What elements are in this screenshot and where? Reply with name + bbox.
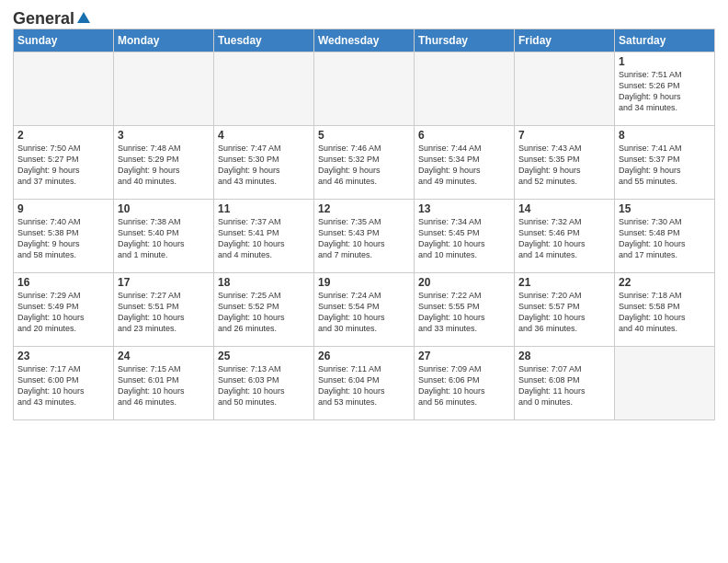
calendar-week-3: 16Sunrise: 7:29 AM Sunset: 5:49 PM Dayli… [14,273,715,347]
day-number: 24 [118,350,210,362]
calendar-cell [515,52,615,126]
day-number: 25 [218,350,310,362]
weekday-header-wednesday: Wednesday [314,29,415,52]
day-info: Sunrise: 7:07 AM Sunset: 6:08 PM Dayligh… [518,363,610,408]
day-number: 8 [619,129,711,142]
svg-marker-0 [77,12,90,23]
day-number: 17 [118,276,210,289]
calendar-cell: 9Sunrise: 7:40 AM Sunset: 5:38 PM Daylig… [14,200,114,273]
day-info: Sunrise: 7:32 AM Sunset: 5:46 PM Dayligh… [518,216,610,261]
day-info: Sunrise: 7:38 AM Sunset: 5:40 PM Dayligh… [118,216,210,261]
calendar-cell: 10Sunrise: 7:38 AM Sunset: 5:40 PM Dayli… [114,200,214,273]
calendar-cell [615,347,715,420]
weekday-header-monday: Monday [114,29,214,52]
calendar-cell: 12Sunrise: 7:35 AM Sunset: 5:43 PM Dayli… [314,200,415,273]
calendar-cell: 5Sunrise: 7:46 AM Sunset: 5:32 PM Daylig… [314,126,415,200]
day-info: Sunrise: 7:11 AM Sunset: 6:04 PM Dayligh… [318,363,410,408]
day-number: 6 [418,129,510,142]
calendar-week-2: 9Sunrise: 7:40 AM Sunset: 5:38 PM Daylig… [14,200,715,273]
calendar-cell [14,52,114,126]
day-info: Sunrise: 7:44 AM Sunset: 5:34 PM Dayligh… [418,143,510,188]
calendar-cell: 21Sunrise: 7:20 AM Sunset: 5:57 PM Dayli… [515,273,615,347]
day-info: Sunrise: 7:25 AM Sunset: 5:52 PM Dayligh… [218,290,310,335]
day-info: Sunrise: 7:41 AM Sunset: 5:37 PM Dayligh… [619,143,711,188]
logo-triangle-icon [76,10,91,29]
day-info: Sunrise: 7:29 AM Sunset: 5:49 PM Dayligh… [17,290,109,335]
calendar-cell: 26Sunrise: 7:11 AM Sunset: 6:04 PM Dayli… [314,347,415,420]
day-info: Sunrise: 7:24 AM Sunset: 5:54 PM Dayligh… [318,290,410,335]
day-number: 19 [318,276,410,289]
day-number: 28 [518,350,610,362]
day-number: 14 [518,202,610,215]
calendar-cell: 7Sunrise: 7:43 AM Sunset: 5:35 PM Daylig… [515,126,615,200]
day-number: 23 [17,350,109,362]
day-info: Sunrise: 7:46 AM Sunset: 5:32 PM Dayligh… [318,143,410,188]
day-number: 2 [17,129,109,142]
calendar-cell: 1Sunrise: 7:51 AM Sunset: 5:26 PM Daylig… [615,52,715,126]
weekday-header-row: SundayMondayTuesdayWednesdayThursdayFrid… [14,29,715,52]
calendar-cell: 8Sunrise: 7:41 AM Sunset: 5:37 PM Daylig… [615,126,715,200]
day-number: 4 [218,129,310,142]
page-container: General SundayMondayTuesdayWednesdayThur… [0,0,728,426]
calendar-cell [314,52,415,126]
day-info: Sunrise: 7:18 AM Sunset: 5:58 PM Dayligh… [619,290,711,335]
calendar-cell: 14Sunrise: 7:32 AM Sunset: 5:46 PM Dayli… [515,200,615,273]
calendar-cell: 23Sunrise: 7:17 AM Sunset: 6:00 PM Dayli… [14,347,114,420]
day-info: Sunrise: 7:48 AM Sunset: 5:29 PM Dayligh… [118,143,210,188]
day-number: 5 [318,129,410,142]
day-number: 16 [17,276,109,289]
day-info: Sunrise: 7:51 AM Sunset: 5:26 PM Dayligh… [619,69,711,114]
day-info: Sunrise: 7:37 AM Sunset: 5:41 PM Dayligh… [218,216,310,261]
calendar-week-4: 23Sunrise: 7:17 AM Sunset: 6:00 PM Dayli… [14,347,715,420]
weekday-header-sunday: Sunday [14,29,114,52]
day-info: Sunrise: 7:17 AM Sunset: 6:00 PM Dayligh… [17,363,109,408]
weekday-header-tuesday: Tuesday [214,29,314,52]
calendar-cell [114,52,214,126]
day-number: 10 [118,202,210,215]
day-info: Sunrise: 7:30 AM Sunset: 5:48 PM Dayligh… [619,216,711,261]
day-number: 22 [619,276,711,289]
calendar-week-1: 2Sunrise: 7:50 AM Sunset: 5:27 PM Daylig… [14,126,715,200]
calendar-cell: 16Sunrise: 7:29 AM Sunset: 5:49 PM Dayli… [14,273,114,347]
calendar-cell: 15Sunrise: 7:30 AM Sunset: 5:48 PM Dayli… [615,200,715,273]
day-info: Sunrise: 7:43 AM Sunset: 5:35 PM Dayligh… [518,143,610,188]
calendar-cell: 24Sunrise: 7:15 AM Sunset: 6:01 PM Dayli… [114,347,214,420]
day-number: 11 [218,202,310,215]
calendar-cell [214,52,314,126]
day-info: Sunrise: 7:50 AM Sunset: 5:27 PM Dayligh… [17,143,109,188]
day-number: 3 [118,129,210,142]
logo: General [13,9,91,25]
calendar-cell: 28Sunrise: 7:07 AM Sunset: 6:08 PM Dayli… [515,347,615,420]
day-number: 21 [518,276,610,289]
calendar-cell: 4Sunrise: 7:47 AM Sunset: 5:30 PM Daylig… [214,126,314,200]
day-number: 13 [418,202,510,215]
day-number: 9 [17,202,109,215]
day-info: Sunrise: 7:22 AM Sunset: 5:55 PM Dayligh… [418,290,510,335]
calendar-table: SundayMondayTuesdayWednesdayThursdayFrid… [13,29,715,420]
day-number: 7 [518,129,610,142]
calendar-cell: 2Sunrise: 7:50 AM Sunset: 5:27 PM Daylig… [14,126,114,200]
day-info: Sunrise: 7:47 AM Sunset: 5:30 PM Dayligh… [218,143,310,188]
day-info: Sunrise: 7:27 AM Sunset: 5:51 PM Dayligh… [118,290,210,335]
calendar-cell: 3Sunrise: 7:48 AM Sunset: 5:29 PM Daylig… [114,126,214,200]
calendar-cell: 22Sunrise: 7:18 AM Sunset: 5:58 PM Dayli… [615,273,715,347]
logo-general-text: General [13,9,74,29]
calendar-cell: 11Sunrise: 7:37 AM Sunset: 5:41 PM Dayli… [214,200,314,273]
day-info: Sunrise: 7:20 AM Sunset: 5:57 PM Dayligh… [518,290,610,335]
calendar-cell: 6Sunrise: 7:44 AM Sunset: 5:34 PM Daylig… [415,126,515,200]
weekday-header-friday: Friday [515,29,615,52]
calendar-cell: 17Sunrise: 7:27 AM Sunset: 5:51 PM Dayli… [114,273,214,347]
day-info: Sunrise: 7:35 AM Sunset: 5:43 PM Dayligh… [318,216,410,261]
day-number: 18 [218,276,310,289]
day-number: 26 [318,350,410,362]
day-info: Sunrise: 7:40 AM Sunset: 5:38 PM Dayligh… [17,216,109,261]
calendar-cell: 25Sunrise: 7:13 AM Sunset: 6:03 PM Dayli… [214,347,314,420]
calendar-week-0: 1Sunrise: 7:51 AM Sunset: 5:26 PM Daylig… [14,52,715,126]
day-info: Sunrise: 7:09 AM Sunset: 6:06 PM Dayligh… [418,363,510,408]
calendar-cell: 27Sunrise: 7:09 AM Sunset: 6:06 PM Dayli… [415,347,515,420]
calendar-cell: 20Sunrise: 7:22 AM Sunset: 5:55 PM Dayli… [415,273,515,347]
calendar-cell: 13Sunrise: 7:34 AM Sunset: 5:45 PM Dayli… [415,200,515,273]
logo-text: General [13,9,91,29]
day-number: 1 [619,55,711,68]
header: General [13,9,715,25]
